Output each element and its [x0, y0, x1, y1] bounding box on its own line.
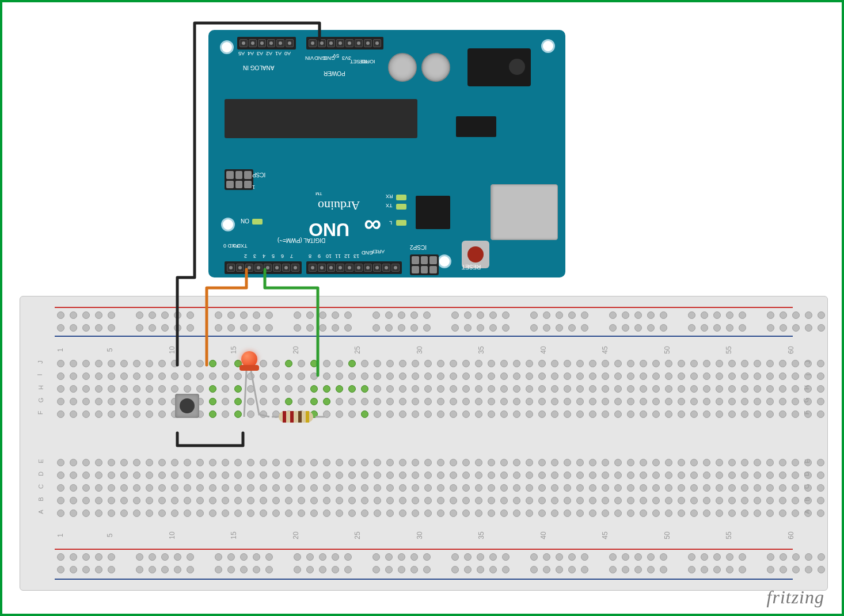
led-cathode-leg	[244, 371, 246, 417]
led-red	[239, 351, 259, 371]
wire-button-to-led-gnd	[177, 433, 243, 446]
gnd-wire-arduino-to-breadboard	[177, 23, 320, 365]
tactile-push-button[interactable]	[169, 388, 205, 424]
fritzing-diagram: A5 A4 A3 A2 A1 A0 VIN GND GND 5V 3V3 RES…	[0, 0, 844, 616]
wire-d4-to-resistor	[265, 269, 318, 375]
fritzing-watermark: fritzing	[767, 587, 824, 608]
wiring-overlay	[2, 2, 844, 616]
resistor	[279, 411, 313, 423]
led-anode-leg	[251, 371, 269, 417]
